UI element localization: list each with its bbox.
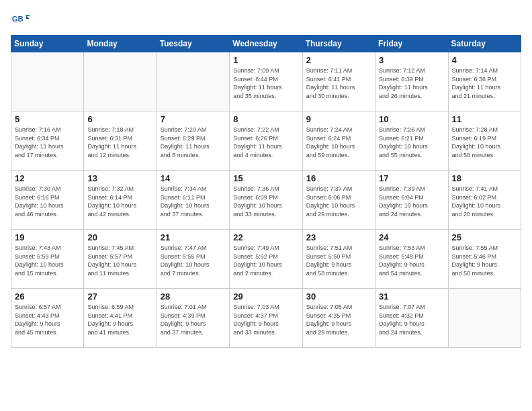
day-info: Sunrise: 7:20 AMSunset: 6:29 PMDaylight:… bbox=[161, 126, 226, 159]
calendar-cell bbox=[11, 52, 84, 111]
calendar-cell: 18Sunrise: 7:41 AMSunset: 6:02 PMDayligh… bbox=[448, 171, 521, 230]
day-number: 4 bbox=[452, 55, 517, 65]
day-info: Sunrise: 7:11 AMSunset: 6:41 PMDaylight:… bbox=[306, 66, 371, 100]
calendar-cell bbox=[448, 289, 521, 348]
day-number: 3 bbox=[379, 55, 444, 65]
calendar-cell: 7Sunrise: 7:20 AMSunset: 6:29 PMDaylight… bbox=[157, 111, 229, 171]
day-number: 8 bbox=[233, 114, 298, 124]
calendar-cell: 26Sunrise: 6:57 AMSunset: 4:43 PMDayligh… bbox=[11, 289, 84, 348]
day-number: 12 bbox=[15, 173, 80, 183]
calendar-week-3: 12Sunrise: 7:30 AMSunset: 6:16 PMDayligh… bbox=[11, 171, 521, 230]
day-number: 16 bbox=[306, 173, 371, 183]
day-number: 23 bbox=[306, 232, 371, 242]
day-info: Sunrise: 7:05 AMSunset: 4:35 PMDaylight:… bbox=[306, 303, 371, 336]
calendar-cell: 17Sunrise: 7:39 AMSunset: 6:04 PMDayligh… bbox=[375, 171, 448, 230]
day-number: 24 bbox=[379, 232, 444, 242]
day-info: Sunrise: 7:12 AMSunset: 6:39 PMDaylight:… bbox=[379, 66, 444, 100]
calendar-week-1: 1Sunrise: 7:09 AMSunset: 6:44 PMDaylight… bbox=[11, 52, 521, 111]
day-number: 29 bbox=[233, 291, 298, 302]
day-info: Sunrise: 6:57 AMSunset: 4:43 PMDaylight:… bbox=[15, 303, 80, 336]
calendar-cell: 16Sunrise: 7:37 AMSunset: 6:06 PMDayligh… bbox=[302, 171, 375, 230]
day-info: Sunrise: 7:28 AMSunset: 6:19 PMDaylight:… bbox=[452, 126, 517, 159]
day-info: Sunrise: 7:22 AMSunset: 6:26 PMDaylight:… bbox=[233, 126, 298, 159]
day-number: 22 bbox=[233, 232, 298, 242]
day-info: Sunrise: 7:14 AMSunset: 6:36 PMDaylight:… bbox=[452, 66, 517, 100]
day-info: Sunrise: 7:55 AMSunset: 5:46 PMDaylight:… bbox=[452, 244, 517, 277]
day-number: 31 bbox=[379, 291, 444, 302]
calendar-cell: 27Sunrise: 6:59 AMSunset: 4:41 PMDayligh… bbox=[84, 289, 157, 348]
calendar-cell bbox=[157, 52, 229, 111]
day-info: Sunrise: 7:01 AMSunset: 4:39 PMDaylight:… bbox=[161, 303, 226, 336]
calendar-table: SundayMondayTuesdayWednesdayThursdayFrid… bbox=[11, 35, 521, 348]
calendar-cell: 9Sunrise: 7:24 AMSunset: 6:24 PMDaylight… bbox=[302, 111, 375, 171]
calendar-cell: 3Sunrise: 7:12 AMSunset: 6:39 PMDaylight… bbox=[375, 52, 448, 111]
day-number: 9 bbox=[306, 114, 371, 124]
day-info: Sunrise: 7:18 AMSunset: 6:31 PMDaylight:… bbox=[87, 126, 152, 159]
day-number: 27 bbox=[87, 291, 152, 302]
page-header: G B bbox=[11, 11, 521, 30]
day-info: Sunrise: 7:43 AMSunset: 5:59 PMDaylight:… bbox=[15, 244, 80, 277]
day-number: 26 bbox=[15, 291, 80, 302]
weekday-header-friday: Friday bbox=[375, 36, 448, 52]
calendar-cell: 30Sunrise: 7:05 AMSunset: 4:35 PMDayligh… bbox=[302, 289, 375, 348]
svg-text:B: B bbox=[18, 15, 24, 23]
day-number: 10 bbox=[379, 114, 444, 124]
day-info: Sunrise: 7:36 AMSunset: 6:09 PMDaylight:… bbox=[233, 185, 298, 218]
calendar-cell: 1Sunrise: 7:09 AMSunset: 6:44 PMDaylight… bbox=[230, 52, 302, 111]
calendar-cell: 8Sunrise: 7:22 AMSunset: 6:26 PMDaylight… bbox=[230, 111, 302, 171]
day-info: Sunrise: 7:37 AMSunset: 6:06 PMDaylight:… bbox=[306, 185, 371, 218]
svg-text:G: G bbox=[12, 15, 18, 23]
calendar-cell: 22Sunrise: 7:49 AMSunset: 5:52 PMDayligh… bbox=[230, 230, 302, 289]
calendar-cell: 31Sunrise: 7:07 AMSunset: 4:32 PMDayligh… bbox=[375, 289, 448, 348]
day-number: 1 bbox=[233, 55, 298, 65]
calendar-cell: 5Sunrise: 7:16 AMSunset: 6:34 PMDaylight… bbox=[11, 111, 84, 171]
day-number: 7 bbox=[161, 114, 226, 124]
day-info: Sunrise: 7:45 AMSunset: 5:57 PMDaylight:… bbox=[87, 244, 152, 277]
day-number: 25 bbox=[452, 232, 517, 242]
day-info: Sunrise: 7:39 AMSunset: 6:04 PMDaylight:… bbox=[379, 185, 444, 218]
day-info: Sunrise: 7:03 AMSunset: 4:37 PMDaylight:… bbox=[233, 303, 298, 336]
day-number: 19 bbox=[15, 232, 80, 242]
day-info: Sunrise: 7:34 AMSunset: 6:11 PMDaylight:… bbox=[161, 185, 226, 218]
day-info: Sunrise: 7:32 AMSunset: 6:14 PMDaylight:… bbox=[87, 185, 152, 218]
weekday-header-tuesday: Tuesday bbox=[157, 36, 229, 52]
calendar-cell: 21Sunrise: 7:47 AMSunset: 5:55 PMDayligh… bbox=[157, 230, 229, 289]
day-number: 17 bbox=[379, 173, 444, 183]
logo: G B bbox=[11, 11, 32, 30]
day-info: Sunrise: 7:47 AMSunset: 5:55 PMDaylight:… bbox=[161, 244, 226, 277]
calendar-week-5: 26Sunrise: 6:57 AMSunset: 4:43 PMDayligh… bbox=[11, 289, 521, 348]
calendar-cell: 23Sunrise: 7:51 AMSunset: 5:50 PMDayligh… bbox=[302, 230, 375, 289]
weekday-header-saturday: Saturday bbox=[448, 36, 521, 52]
day-number: 20 bbox=[87, 232, 152, 242]
logo-icon: G B bbox=[11, 11, 30, 30]
day-info: Sunrise: 7:26 AMSunset: 6:21 PMDaylight:… bbox=[379, 126, 444, 159]
calendar-cell: 12Sunrise: 7:30 AMSunset: 6:16 PMDayligh… bbox=[11, 171, 84, 230]
calendar-cell: 15Sunrise: 7:36 AMSunset: 6:09 PMDayligh… bbox=[230, 171, 302, 230]
calendar-cell: 13Sunrise: 7:32 AMSunset: 6:14 PMDayligh… bbox=[84, 171, 157, 230]
calendar-cell: 6Sunrise: 7:18 AMSunset: 6:31 PMDaylight… bbox=[84, 111, 157, 171]
calendar-cell: 2Sunrise: 7:11 AMSunset: 6:41 PMDaylight… bbox=[302, 52, 375, 111]
day-info: Sunrise: 7:30 AMSunset: 6:16 PMDaylight:… bbox=[15, 185, 80, 218]
day-number: 6 bbox=[87, 114, 152, 124]
day-number: 28 bbox=[161, 291, 226, 302]
day-info: Sunrise: 7:07 AMSunset: 4:32 PMDaylight:… bbox=[379, 303, 444, 336]
day-info: Sunrise: 6:59 AMSunset: 4:41 PMDaylight:… bbox=[87, 303, 152, 336]
calendar-cell: 19Sunrise: 7:43 AMSunset: 5:59 PMDayligh… bbox=[11, 230, 84, 289]
calendar-cell bbox=[84, 52, 157, 111]
day-info: Sunrise: 7:49 AMSunset: 5:52 PMDaylight:… bbox=[233, 244, 298, 277]
day-info: Sunrise: 7:51 AMSunset: 5:50 PMDaylight:… bbox=[306, 244, 371, 277]
day-number: 18 bbox=[452, 173, 517, 183]
day-info: Sunrise: 7:16 AMSunset: 6:34 PMDaylight:… bbox=[15, 126, 80, 159]
day-number: 21 bbox=[161, 232, 226, 242]
calendar-cell: 25Sunrise: 7:55 AMSunset: 5:46 PMDayligh… bbox=[448, 230, 521, 289]
day-number: 2 bbox=[306, 55, 371, 65]
day-number: 11 bbox=[452, 114, 517, 124]
calendar-cell: 29Sunrise: 7:03 AMSunset: 4:37 PMDayligh… bbox=[230, 289, 302, 348]
calendar-cell: 20Sunrise: 7:45 AMSunset: 5:57 PMDayligh… bbox=[84, 230, 157, 289]
day-number: 30 bbox=[306, 291, 371, 302]
day-info: Sunrise: 7:53 AMSunset: 5:48 PMDaylight:… bbox=[379, 244, 444, 277]
weekday-header-thursday: Thursday bbox=[302, 36, 375, 52]
calendar-cell: 11Sunrise: 7:28 AMSunset: 6:19 PMDayligh… bbox=[448, 111, 521, 171]
calendar-cell: 4Sunrise: 7:14 AMSunset: 6:36 PMDaylight… bbox=[448, 52, 521, 111]
day-number: 13 bbox=[87, 173, 152, 183]
